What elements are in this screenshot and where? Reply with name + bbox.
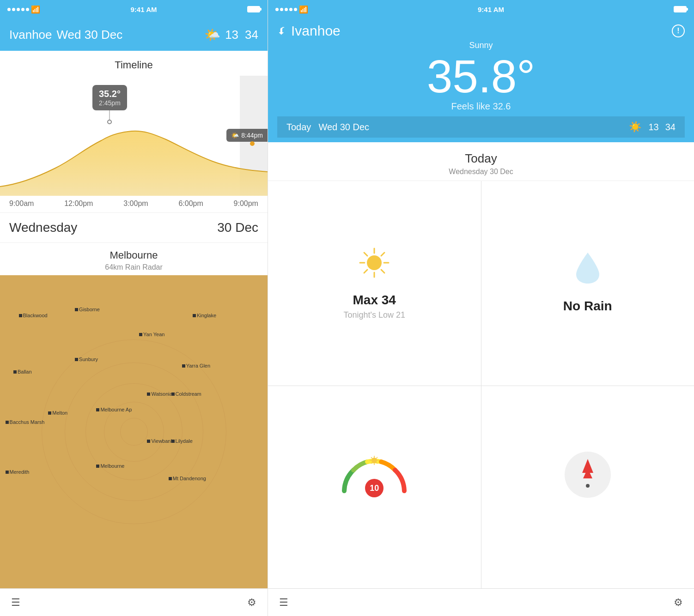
left-sun-icon: 🌤️ [204, 27, 220, 42]
right-header: ⮮ Ivanhoe ! Sunny 35.8° Feels like 32.6 … [268, 18, 694, 142]
right-menu-icon[interactable]: ☰ [279, 597, 288, 609]
signal-dot-1 [7, 8, 11, 11]
left-status-bar: 📶 9:41 AM [0, 0, 268, 18]
svg-point-0 [367, 255, 382, 270]
left-city: Ivanhoe [9, 28, 52, 42]
svg-line-8 [364, 270, 367, 273]
left-bottom-nav: ☰ ⚙ [0, 588, 268, 616]
card-rain: No Rain [481, 181, 694, 386]
today-strip: Today Wed 30 Dec ☀️ 13 34 [277, 116, 685, 138]
time-3pm: 3:00pm [123, 199, 148, 208]
signal-dot-3 [17, 8, 20, 11]
sun-icon [358, 247, 390, 285]
left-menu-icon[interactable]: ☰ [11, 597, 20, 609]
right-dot-3 [285, 8, 288, 11]
radar-sunbury: Sunbury [75, 356, 98, 362]
left-status-left: 📶 [7, 5, 40, 14]
today-strip-sun-icon: ☀️ [629, 121, 641, 133]
right-settings-icon[interactable]: ⚙ [674, 597, 683, 609]
left-settings-icon[interactable]: ⚙ [247, 597, 256, 609]
raindrop-icon [574, 250, 602, 291]
radar-yarra-glen: Yarra Glen [182, 363, 210, 368]
signal-dot-2 [12, 8, 15, 11]
location-arrow-icon: ⮮ [277, 25, 287, 37]
radar-melbourne-ap: Melbourne Ap [96, 407, 132, 412]
right-time: 9:41 AM [478, 6, 504, 13]
radar-blackwood: Blackwood [19, 313, 48, 318]
day-section: Wednesday 30 Dec [0, 212, 268, 243]
left-temp-high: 34 [245, 28, 258, 42]
signal-dots [7, 8, 29, 11]
right-bottom-nav: ☰ ⚙ [268, 588, 694, 616]
today-strip-date: Wed 30 Dec [318, 122, 621, 133]
left-date: Wed 30 Dec [57, 28, 123, 42]
right-dot-1 [275, 8, 279, 11]
right-city-name: Ivanhoe [291, 23, 341, 39]
radar-subtitle: 64km Rain Radar [0, 263, 268, 275]
time-12pm: 12:00pm [64, 199, 93, 208]
svg-line-7 [381, 253, 384, 256]
today-strip-label: Today [286, 122, 311, 133]
radar-viewbank: Viewbank [147, 438, 173, 444]
right-header-top: ⮮ Ivanhoe ! [277, 23, 685, 41]
time-9am: 9:00am [9, 199, 34, 208]
right-signal-dots [275, 8, 297, 11]
right-battery-fill [675, 7, 686, 12]
radar-mt-dandenong: Mt Dandenong [169, 476, 206, 481]
signal-dot-5 [26, 8, 29, 11]
timeline-section: Timeline 35.2° 2:45pm 🌤️ 8:44pm [0, 51, 268, 212]
card-max-label: Max 34 [353, 293, 396, 308]
right-city-row: ⮮ Ivanhoe [277, 23, 341, 39]
right-temp-big: 35.8° [427, 53, 536, 99]
radar-lilydale: Lilydale [171, 438, 193, 444]
radar-bacchus-marsh: Bacchus Marsh [6, 419, 45, 425]
signal-dot-4 [21, 8, 24, 11]
day-name: Wednesday [9, 220, 77, 235]
today-heading-sub: Wednesday 30 Dec [268, 168, 694, 176]
left-status-right [247, 6, 260, 12]
card-wind: Wind [481, 386, 694, 588]
radar-map[interactable]: Blackwood Gisborne Kinglake Ballan Sunbu… [0, 275, 268, 588]
wind-dot [586, 484, 590, 488]
card-uv: 10 UV [268, 386, 481, 588]
timeline-svg [0, 103, 268, 196]
battery-icon [247, 6, 260, 12]
right-dot-2 [280, 8, 283, 11]
info-circle-icon[interactable]: ! [672, 24, 685, 37]
svg-line-14 [371, 457, 372, 459]
right-status-right [674, 6, 687, 12]
left-panel: 📶 9:41 AM Ivanhoe Wed 30 Dec 🌤️ 13 34 Ti… [0, 0, 268, 616]
radar-kinglake: Kinglake [193, 313, 216, 318]
right-battery-icon [674, 6, 687, 12]
radar-meredith: Meredith [6, 469, 30, 475]
time-axis: 9:00am 12:00pm 3:00pm 6:00pm 9:00pm [0, 196, 268, 212]
svg-line-5 [364, 253, 367, 256]
timeline-chart[interactable]: 35.2° 2:45pm 🌤️ 8:44pm [0, 76, 268, 196]
uv-gauge: 10 [337, 454, 411, 495]
weather-grid: Max 34 Tonight's Low 21 No Rain [268, 181, 694, 588]
left-temp-low: 13 [225, 28, 238, 42]
svg-line-16 [376, 457, 377, 459]
right-dot-4 [289, 8, 292, 11]
battery-fill [248, 7, 259, 12]
today-temp-high: 34 [665, 122, 676, 133]
tooltip-time: 2:45pm [99, 99, 121, 107]
today-heading-main: Today [268, 151, 694, 166]
radar-watsonia: Watsonia [147, 391, 172, 397]
left-temps: 13 34 [225, 28, 258, 42]
right-condition: Sunny [469, 41, 493, 50]
svg-line-6 [381, 270, 384, 273]
tooltip-temp: 35.2° [99, 89, 121, 99]
time-9pm: 9:00pm [234, 199, 258, 208]
radar-gisborne: Gisborne [75, 307, 100, 312]
radar-section: Melbourne 64km Rain Radar Blackwood Gisb… [0, 243, 268, 588]
wind-mid-triangle [583, 468, 592, 478]
radar-melbourne: Melbourne [96, 463, 124, 469]
card-max-temp: Max 34 Tonight's Low 21 [268, 181, 481, 386]
tooltip-circle [107, 120, 112, 124]
day-date: 30 Dec [217, 220, 258, 235]
wind-direction-icon [565, 452, 611, 498]
uv-value: 10 [370, 483, 379, 493]
today-heading: Today Wednesday 30 Dec [268, 142, 694, 181]
card-rain-label: No Rain [563, 299, 612, 314]
